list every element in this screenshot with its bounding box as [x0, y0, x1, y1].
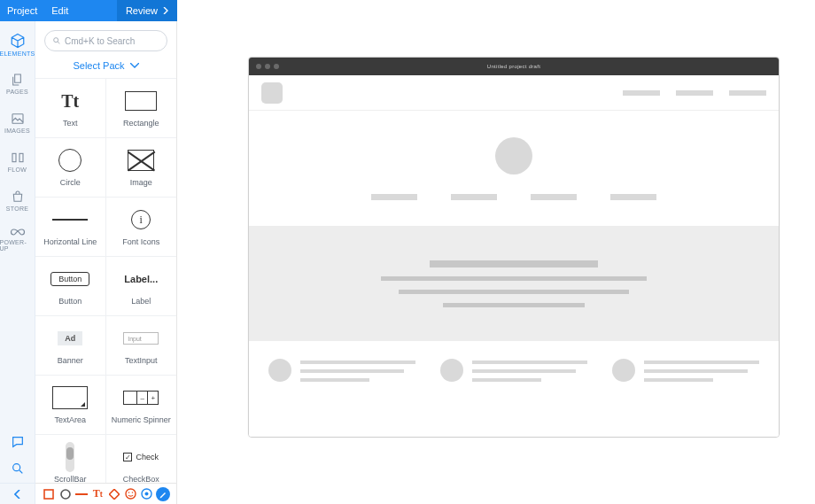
tool-square[interactable]	[42, 487, 56, 501]
rail-elements[interactable]: ELEMENTS	[0, 25, 35, 64]
label-glyph-icon: Label...	[124, 274, 158, 284]
banner-glyph-icon: Ad	[58, 331, 82, 345]
zoom-icon-button[interactable]	[9, 460, 27, 477]
wireframe-card	[268, 359, 415, 419]
chat-icon-button[interactable]	[9, 433, 27, 451]
svg-rect-5	[44, 490, 53, 499]
element-font-icons[interactable]: i Font Icons	[106, 198, 177, 256]
elements-panel: Cmd+K to Search Select Pack Tt Text Rect…	[35, 21, 177, 483]
image-glyph-icon	[128, 150, 154, 171]
rail-flow-label: FLOW	[8, 167, 27, 173]
wireframe-line-placeholder	[443, 303, 585, 307]
magnifier-icon	[11, 461, 25, 476]
rail-elements-label: ELEMENTS	[0, 50, 35, 57]
element-button-label: Button	[58, 297, 82, 306]
tool-circle[interactable]	[58, 487, 73, 501]
chevron-down-icon	[130, 63, 139, 68]
rail-powerup-label: POWER-UP	[0, 239, 35, 252]
wireframe-navbar	[249, 75, 779, 111]
collapse-rail-button[interactable]	[0, 483, 35, 504]
search-input[interactable]: Cmd+K to Search	[44, 30, 167, 51]
menu-project[interactable]: Project	[0, 5, 44, 16]
element-button[interactable]: Button Button	[35, 257, 106, 315]
element-banner-label: Banner	[58, 356, 83, 365]
line-icon	[75, 492, 88, 497]
svg-point-4	[54, 38, 58, 43]
flow-icon	[11, 151, 25, 165]
wireframe-card-avatar	[440, 359, 463, 382]
rail-store-label: STORE	[6, 205, 29, 212]
rail-powerup[interactable]: POWER-UP	[0, 220, 35, 259]
element-rectangle-label: Rectangle	[123, 119, 159, 128]
wireframe-hero	[249, 111, 779, 226]
tool-text[interactable]: Tt	[90, 487, 105, 501]
menu-edit[interactable]: Edit	[44, 5, 75, 16]
wireframe-text-placeholder	[610, 194, 656, 200]
fonticon-glyph-icon: i	[131, 210, 151, 229]
select-pack-label: Select Pack	[73, 60, 124, 71]
chevron-right-icon	[163, 7, 168, 14]
hline-glyph-icon	[52, 219, 88, 221]
chevron-left-icon	[14, 490, 21, 499]
element-circle[interactable]: Circle	[35, 138, 106, 197]
element-rectangle[interactable]: Rectangle	[106, 79, 177, 137]
button-glyph-icon: Button	[50, 272, 89, 286]
wireframe-cards-row	[249, 341, 779, 437]
element-banner[interactable]: Ad Banner	[35, 316, 106, 375]
element-textinput[interactable]: Input TextInput	[106, 316, 177, 375]
element-scrollbar-label: ScrollBar	[54, 475, 87, 483]
tool-line[interactable]	[74, 487, 89, 501]
checkbox-glyph-icon: ✓Check	[123, 453, 159, 461]
canvas[interactable]: Untitled project draft	[177, 0, 815, 504]
artboard[interactable]: Untitled project draft	[248, 57, 780, 438]
rail-images[interactable]: IMAGES	[0, 103, 35, 142]
tool-target[interactable]	[139, 487, 153, 501]
image-icon	[11, 112, 25, 126]
svg-point-11	[131, 492, 133, 493]
select-pack-dropdown[interactable]: Select Pack	[35, 57, 176, 78]
smile-icon	[125, 488, 136, 500]
cube-icon	[10, 33, 26, 49]
element-label[interactable]: Label... Label	[106, 257, 177, 315]
wireframe-card-avatar	[268, 359, 291, 382]
element-label-label: Label	[131, 297, 151, 306]
rail-store[interactable]: STORE	[0, 181, 35, 220]
left-rail: ELEMENTS PAGES IMAGES FLOW STORE POWER-U…	[0, 21, 35, 483]
shape-toolstrip: Tt	[35, 483, 177, 504]
element-text[interactable]: Tt Text	[35, 79, 106, 137]
wireframe-logo-placeholder	[261, 82, 283, 104]
infinity-icon	[10, 227, 26, 237]
rail-flow[interactable]: FLOW	[0, 142, 35, 181]
textarea-glyph-icon	[52, 386, 88, 409]
svg-rect-8	[109, 489, 119, 499]
rail-pages-label: PAGES	[6, 89, 28, 95]
wireframe-text-placeholder	[371, 194, 417, 200]
search-placeholder: Cmd+K to Search	[65, 36, 135, 46]
tool-diamond[interactable]	[107, 487, 121, 501]
wireframe-line-placeholder	[381, 276, 647, 281]
wireframe-navlink-placeholder	[623, 90, 660, 96]
bag-icon	[11, 190, 25, 204]
element-checkbox[interactable]: ✓Check CheckBox	[106, 435, 177, 483]
review-button[interactable]: Review	[117, 0, 177, 21]
wireframe-card-avatar	[612, 359, 635, 382]
scrollbar-glyph-icon	[66, 442, 74, 472]
element-scrollbar[interactable]: ScrollBar	[35, 435, 106, 483]
wireframe-navlink-placeholder	[676, 90, 713, 96]
tool-emoji[interactable]	[123, 487, 137, 501]
element-image-label: Image	[130, 178, 152, 187]
element-image[interactable]: Image	[106, 138, 177, 197]
element-checkbox-label: CheckBox	[123, 475, 159, 483]
element-textarea[interactable]: TextArea	[35, 376, 106, 434]
wireframe-line-placeholder	[399, 290, 629, 294]
element-numeric-spinner[interactable]: –+ Numeric Spinner	[106, 376, 177, 434]
rail-pages[interactable]: PAGES	[0, 64, 35, 103]
window-traffic-lights-icon	[256, 64, 279, 69]
tool-pen[interactable]	[156, 487, 170, 501]
element-horizontal-line[interactable]: Horizontal Line	[35, 198, 106, 256]
pen-icon	[156, 487, 170, 501]
textinput-glyph-icon: Input	[123, 332, 159, 345]
rectangle-glyph-icon	[125, 91, 157, 111]
element-hline-label: Horizontal Line	[43, 237, 97, 246]
svg-point-10	[128, 492, 129, 493]
